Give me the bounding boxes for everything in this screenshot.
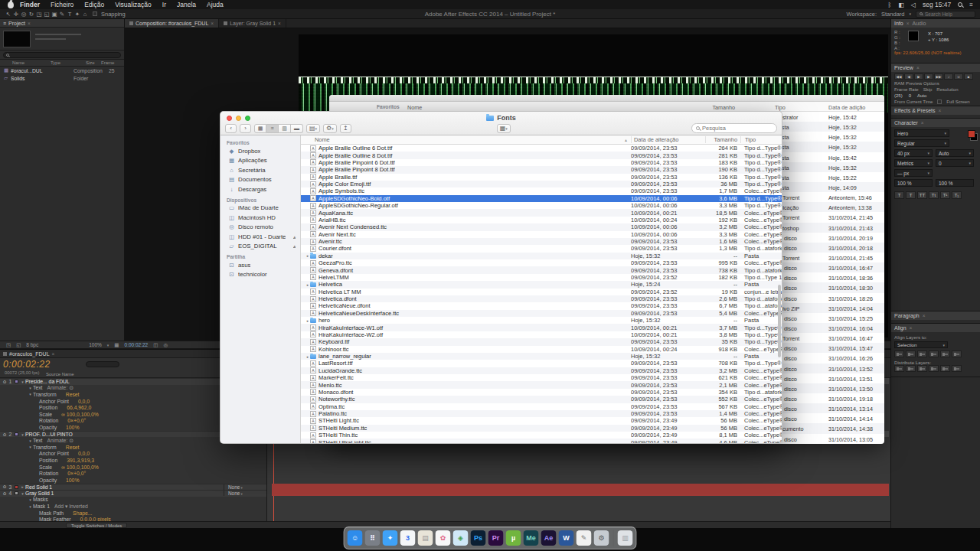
twirl-icon[interactable]: ▾: [28, 386, 33, 390]
align-v-center-icon[interactable]: [940, 350, 950, 357]
file-row[interactable]: lane_narrow_regular Hoje, 15:32 -- Pasta: [301, 353, 782, 360]
coverflow-view-icon[interactable]: ▬: [291, 124, 303, 133]
file-row[interactable]: Apple Braille.ttf 09/09/2014, 23:53 136 …: [301, 174, 782, 181]
twirl-icon[interactable]: ▾: [20, 491, 25, 496]
distribute-bottom-icon[interactable]: [917, 365, 927, 372]
resolution-value[interactable]: Auto: [917, 93, 926, 98]
file-row[interactable]: Helvetica Hoje, 15:24 -- Pasta: [301, 281, 782, 288]
forward-button[interactable]: ›: [240, 124, 251, 133]
premiere-dock-icon[interactable]: Pr: [488, 530, 504, 546]
visibility-eye-icon[interactable]: ⊙: [2, 491, 8, 496]
sidebar-item[interactable]: ⊡ technicolor ▴: [220, 270, 300, 280]
align-h-center-icon[interactable]: [906, 350, 916, 357]
apple-menu-icon[interactable]: [8, 2, 14, 8]
sidebar-item[interactable]: ◫ Macintosh HD ▴: [220, 213, 300, 223]
bit-depth[interactable]: 8 bpc: [26, 342, 38, 347]
viewer-timecode[interactable]: 0:00:02:22: [125, 342, 149, 347]
column-header[interactable]: Name: [12, 60, 51, 65]
sidebar-item[interactable]: ▱ EOS_DIGITAL ▴: [220, 242, 300, 252]
full-screen-checkbox[interactable]: [937, 99, 942, 104]
search-field[interactable]: [691, 123, 777, 133]
file-row[interactable]: Apple Braille Outline 6 Dot.ttf 09/09/20…: [301, 145, 782, 152]
timeline-row[interactable]: ▾ Masks: [0, 497, 266, 504]
source-name-column-header[interactable]: Source Name: [46, 372, 74, 377]
first-frame-icon[interactable]: ◀◀: [894, 73, 903, 80]
file-row[interactable]: HelveticaNeue.dfont 09/09/2014, 23:53 6,…: [301, 302, 782, 309]
dock-icon[interactable]: W: [559, 530, 574, 546]
distribute-top-icon[interactable]: [894, 365, 904, 372]
preview-panel-title[interactable]: Preview: [894, 65, 913, 70]
file-row[interactable]: AppleSDGothicNeo-Bold.otf 10/09/2014, 00…: [301, 195, 782, 202]
menu-item[interactable]: Visualização: [109, 0, 157, 9]
dock-icon[interactable]: ⚙: [594, 530, 609, 546]
property-value[interactable]: 0,0,0: [78, 451, 90, 456]
property-value[interactable]: Reset: [66, 392, 80, 397]
project-panel-tab[interactable]: ≡ Project ×: [0, 19, 124, 28]
twirl-icon[interactable]: ▾: [28, 497, 33, 502]
kerning-field[interactable]: Auto▾: [936, 149, 974, 157]
all-caps-icon[interactable]: TT: [917, 191, 927, 199]
info-panel-title[interactable]: Info: [894, 21, 903, 26]
file-row[interactable]: Avenir Next Condensed.ttc 10/09/2014, 00…: [301, 223, 782, 230]
timeline-row[interactable]: ▾ Mask 1 Add ▾ Inverted: [0, 503, 266, 510]
file-row[interactable]: Geneva.dfont 09/09/2014, 23:53 738 KB Ti…: [301, 266, 782, 273]
composition-tab[interactable]: Layer: Gray Solid 1 ×: [219, 19, 286, 28]
property-value[interactable]: 100%: [66, 478, 79, 483]
menu-item[interactable]: Ficheiro: [45, 0, 79, 9]
file-row[interactable]: Apple Symbols.ttc 09/09/2014, 23:53 1,7 …: [301, 187, 782, 194]
zoom-tool-icon[interactable]: ◎: [20, 11, 28, 18]
file-row[interactable]: dekar Hoje, 15:32 -- Pasta: [301, 253, 782, 259]
bluetooth-icon[interactable]: ᛒ: [887, 2, 891, 8]
next-frame-icon[interactable]: ▶: [924, 73, 933, 80]
panel-icon[interactable]: ◳: [6, 342, 11, 348]
column-header[interactable]: Nome: [407, 104, 422, 111]
parent-dropdown[interactable]: None: [224, 491, 265, 496]
subscript-icon[interactable]: T₁: [952, 191, 962, 199]
panel-icon[interactable]: ◱: [16, 342, 21, 348]
notification-center-icon[interactable]: ≡: [969, 2, 974, 8]
file-row[interactable]: Avenir.ttc 09/09/2014, 23:53 1,6 MB Cole…: [301, 238, 782, 245]
paragraph-panel-title[interactable]: Paragraph: [894, 313, 920, 318]
after-effects-dock-icon[interactable]: Ae: [541, 530, 557, 546]
last-frame-icon[interactable]: ▶▶: [934, 73, 943, 80]
property-value[interactable]: 0×+0,0°: [67, 418, 86, 423]
sidebar-item[interactable]: ▦ Aplicações ▴: [220, 156, 300, 166]
file-row[interactable]: Menlo.ttc 09/09/2014, 23:53 2,1 MB Colec…: [301, 381, 782, 388]
twirl-icon[interactable]: ▾: [28, 504, 33, 509]
property-value[interactable]: 66,4,962,0: [67, 405, 91, 410]
faux-bold-icon[interactable]: T: [894, 191, 904, 199]
list-view-icon[interactable]: ≡: [266, 124, 279, 133]
property-value[interactable]: 0×+0,0°: [67, 471, 86, 476]
close-icon[interactable]: ×: [910, 325, 913, 331]
twirl-icon[interactable]: ▸: [20, 484, 25, 489]
arrange-button[interactable]: ▤▾: [306, 124, 320, 133]
from-current-time-label[interactable]: From Current Time: [894, 99, 933, 104]
puppet-tool-icon[interactable]: ⌂: [81, 11, 89, 18]
file-row[interactable]: STHeiti Medium.ttc 09/09/2014, 23:49 56 …: [301, 425, 782, 432]
file-row[interactable]: STHeiti Thin.ttc 09/09/2014, 23:49 8,1 M…: [301, 432, 782, 439]
column-header[interactable]: Tamanho: [688, 104, 735, 111]
file-row[interactable]: hero Hoje, 15:32 -- Pasta: [301, 317, 782, 324]
font-family-field[interactable]: Hero▾: [894, 129, 949, 137]
file-row[interactable]: STHeiti UltraLight.ttc 09/09/2014, 23:49…: [301, 439, 782, 443]
menu-item[interactable]: Janela: [172, 0, 201, 9]
skip-value[interactable]: 0: [909, 93, 911, 98]
system-preferences-dock-icon[interactable]: ⚙: [594, 530, 609, 546]
timeline-layer-bar[interactable]: [272, 490, 889, 496]
dock-icon[interactable]: Pr: [488, 530, 504, 546]
loop-icon[interactable]: ∞: [954, 73, 963, 80]
file-row[interactable]: Keyboard.ttf 09/09/2014, 23:53 35 KB Tip…: [301, 338, 782, 345]
close-icon[interactable]: ×: [921, 120, 924, 126]
audio-panel-tab[interactable]: Audio: [912, 21, 926, 26]
file-row[interactable]: Helvetica LT MM 09/09/2014, 23:52 19 KB …: [301, 289, 782, 295]
distribute-h-center-icon[interactable]: [940, 365, 950, 372]
share-button[interactable]: ↥: [340, 124, 351, 133]
sidebar-item[interactable]: ◫ HDD #01 - Duarte ▴: [220, 232, 300, 242]
close-icon[interactable]: ×: [939, 108, 942, 113]
rotation-tool-icon[interactable]: ↻: [28, 11, 35, 18]
small-caps-icon[interactable]: Tt: [929, 191, 939, 199]
type-column-header[interactable]: Tipo: [740, 136, 782, 143]
property-value[interactable]: ∞ 100,0,100,0%: [61, 412, 99, 417]
photos-dock-icon[interactable]: ✿: [436, 530, 451, 546]
camera-tool-icon[interactable]: ◳: [35, 11, 43, 18]
